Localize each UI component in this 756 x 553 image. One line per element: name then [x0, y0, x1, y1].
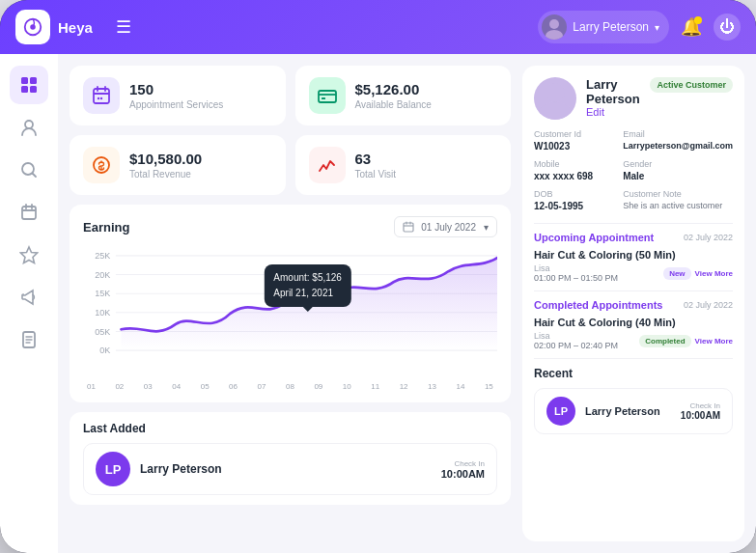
svg-marker-11 — [21, 247, 38, 263]
customer-panel: Larry Peterson Edit Active Customer Cust… — [522, 66, 744, 541]
sidebar-item-documents[interactable] — [10, 320, 48, 359]
chart-section: Earning 01 July 2022 ▾ — [70, 205, 511, 402]
menu-icon[interactable]: ☰ — [116, 16, 131, 38]
chart-x-labels: 01 02 03 04 05 06 07 08 09 10 11 12 13 1… — [83, 382, 497, 391]
chart-label-10: 10 — [343, 382, 351, 391]
chart-header: Earning 01 July 2022 ▾ — [83, 216, 497, 237]
date-filter-chevron: ▾ — [484, 222, 489, 233]
active-badge: Active Customer — [650, 77, 733, 93]
chevron-down-icon: ▾ — [655, 22, 659, 33]
revenue-info: $10,580.00 Total Revenue — [129, 151, 202, 180]
sidebar — [0, 54, 58, 553]
svg-rect-5 — [30, 77, 37, 84]
logo-icon — [15, 10, 50, 44]
upcoming-appt-header: Upcoming Appointment 02 July 2022 — [534, 232, 733, 243]
recent-checkin-time: 10:00AM — [681, 410, 720, 421]
svg-text:15K: 15K — [95, 290, 110, 299]
svg-text:0K: 0K — [99, 346, 110, 356]
upcoming-appt-service: Hair Cut & Coloring (50 Min) — [534, 249, 733, 261]
chart-title: Earning — [83, 220, 129, 235]
chart-container: 25K 20K 15K 10K 05K 0K — [83, 245, 497, 380]
user-menu[interactable]: Larry Peterson ▾ — [538, 11, 669, 43]
app-name: Heya — [58, 19, 93, 36]
sidebar-item-calendar[interactable] — [10, 193, 48, 232]
field-gender: Gender Male — [623, 159, 733, 181]
sidebar-item-dashboard[interactable] — [10, 66, 48, 104]
last-added-title: Last Added — [83, 422, 497, 435]
stat-card-appointments: 150 Appointment Services — [70, 66, 286, 125]
svg-point-34 — [546, 83, 565, 102]
recent-avatar: LP — [546, 397, 575, 426]
appointments-icon — [83, 77, 120, 114]
divider-1 — [534, 223, 733, 224]
completed-appt-person-time: Lisa 02:00 PM – 02:40 PM — [534, 331, 618, 350]
field-dob: DOB 12-05-1995 — [534, 189, 611, 211]
user-avatar-small — [542, 14, 567, 40]
date-filter-button[interactable]: 01 July 2022 ▾ — [394, 216, 497, 237]
note-value: She is an active customer — [623, 201, 733, 210]
notification-button[interactable]: 🔔 — [681, 16, 702, 38]
sidebar-item-search[interactable] — [10, 151, 48, 189]
svg-rect-4 — [21, 77, 28, 84]
chart-label-01: 01 — [87, 382, 96, 391]
svg-rect-19 — [404, 223, 413, 232]
app-window: Heya ☰ Larry Peterson ▾ 🔔 ⏻ — [0, 0, 756, 553]
sidebar-item-customers[interactable] — [10, 108, 48, 147]
last-added-avatar: LP — [96, 452, 130, 486]
chart-label-08: 08 — [286, 382, 294, 391]
power-button[interactable]: ⏻ — [714, 14, 741, 41]
svg-rect-7 — [30, 86, 37, 93]
last-added-card: LP Larry Peterson Check In 10:00AM — [83, 443, 497, 495]
svg-text:20K: 20K — [95, 270, 110, 280]
last-added-checkin-label: Check In — [441, 459, 485, 468]
svg-point-35 — [538, 102, 573, 120]
dob-label: DOB — [534, 189, 611, 199]
sidebar-item-favorites[interactable] — [10, 235, 48, 274]
completed-badge: Completed — [639, 335, 690, 347]
notification-dot — [694, 16, 702, 24]
upcoming-appt-actions: New View More — [663, 267, 733, 280]
chart-label-11: 11 — [371, 382, 379, 391]
stat-card-balance: $5,126.00 Available Balance — [295, 66, 512, 125]
sidebar-item-announcements[interactable] — [10, 278, 48, 317]
recent-checkin-label: Check In — [681, 401, 720, 410]
revenue-value: $10,580.00 — [129, 151, 202, 167]
recent-checkin: Check In 10:00AM — [681, 401, 720, 421]
svg-text:25K: 25K — [95, 251, 110, 261]
main-area: 150 Appointment Services — [0, 54, 756, 553]
last-added-checkin-time: 10:00AM — [441, 468, 485, 480]
user-name: Larry Peterson — [573, 20, 649, 34]
content-left: 150 Appointment Services — [70, 66, 511, 541]
svg-point-3 — [546, 30, 563, 40]
edit-customer-button[interactable]: Edit — [586, 106, 640, 118]
upcoming-appt-date: 02 July 2022 — [684, 233, 733, 242]
revenue-icon — [83, 147, 120, 183]
completed-appt-service: Hair Cut & Coloring (40 Min) — [534, 317, 733, 328]
recent-title: Recent — [534, 367, 733, 380]
upcoming-appointment-card: Upcoming Appointment 02 July 2022 Hair C… — [534, 232, 733, 283]
chart-label-14: 14 — [456, 382, 464, 391]
visits-info: 63 Total Visit — [355, 151, 397, 180]
customer-info: Larry Peterson Edit — [586, 77, 640, 118]
dob-value: 12-05-1995 — [534, 201, 611, 211]
chart-label-07: 07 — [258, 382, 266, 391]
appointments-label: Appointment Services — [129, 99, 223, 110]
chart-label-05: 05 — [201, 382, 210, 391]
last-added-checkin: Check In 10:00AM — [441, 459, 485, 480]
upcoming-view-more[interactable]: View More — [695, 269, 733, 278]
tooltip-amount: Amount: $5,126 — [273, 270, 342, 286]
chart-tooltip: Amount: $5,126 April 21, 2021 — [264, 264, 351, 307]
recent-card: LP Larry Peterson Check In 10:00AM — [534, 388, 733, 434]
chart-label-15: 15 — [485, 382, 493, 391]
note-label: Customer Note — [623, 189, 733, 199]
field-mobile: Mobile xxx xxxx 698 — [534, 159, 611, 181]
completed-appt-title: Completed Appointments — [534, 299, 662, 311]
completed-view-more[interactable]: View More — [695, 337, 733, 346]
svg-text:05K: 05K — [95, 327, 110, 337]
completed-appt-header: Completed Appointments 02 July 2022 — [534, 299, 733, 311]
gender-label: Gender — [623, 159, 733, 169]
svg-point-8 — [25, 121, 33, 128]
completed-appt-actions: Completed View More — [639, 335, 733, 347]
field-email: Email Larrypeterson@gmail.com — [623, 129, 733, 152]
customer-details: Customer Id W10023 Email Larrypeterson@g… — [534, 129, 733, 211]
